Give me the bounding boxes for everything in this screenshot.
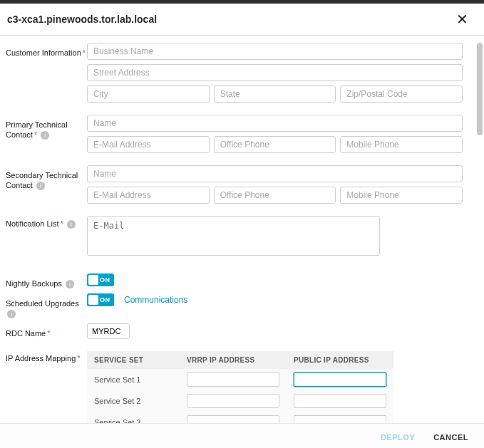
info-icon[interactable]: i	[67, 220, 76, 229]
public-ip-input-3[interactable]	[294, 415, 386, 423]
business-name-input[interactable]	[87, 43, 463, 60]
rdc-name-input[interactable]	[87, 323, 130, 339]
info-icon[interactable]: i	[7, 310, 16, 318]
toggle-on-label: ON	[100, 296, 110, 303]
info-icon[interactable]: i	[41, 131, 49, 140]
nightly-backups-toggle[interactable]: ON	[87, 274, 114, 286]
secondary-mobile-input[interactable]	[340, 187, 463, 204]
secondary-office-input[interactable]	[214, 187, 336, 204]
notification-list-label: Notification List* i	[4, 216, 87, 229]
close-icon[interactable]: ✕	[453, 11, 471, 28]
table-row: Service Set 2	[87, 390, 393, 412]
ip-mapping-label: IP Address Mapping*	[4, 348, 87, 363]
zip-input[interactable]	[340, 85, 463, 103]
street-address-input[interactable]	[87, 64, 463, 81]
toggle-knob	[88, 275, 98, 285]
toggle-on-label: ON	[100, 276, 110, 283]
rdc-name-label: RDC Name*	[4, 323, 87, 338]
ip-mapping-table: SERVICE SET VRRP IP ADDRESS PUBLIC IP AD…	[87, 351, 393, 423]
service-set-label: Service Set 3	[87, 412, 180, 423]
notification-email-textarea[interactable]	[87, 216, 380, 256]
info-icon[interactable]: i	[66, 280, 74, 288]
customer-info-label: Customer Information*	[4, 43, 87, 58]
communications-link[interactable]: Communications	[124, 295, 187, 305]
dialog-body: Customer Information* Primary Technical …	[0, 36, 484, 423]
th-service-set: SERVICE SET	[87, 351, 180, 369]
public-ip-input-2[interactable]	[294, 394, 386, 408]
th-vrrp: VRRP IP ADDRESS	[180, 351, 287, 369]
vrrp-ip-input-1[interactable]	[187, 373, 279, 387]
vrrp-ip-input-3[interactable]	[187, 415, 279, 423]
nightly-backups-label: Nightly Backups i	[4, 274, 87, 288]
primary-email-input[interactable]	[87, 136, 210, 153]
table-row: Service Set 3	[87, 412, 393, 423]
info-icon[interactable]: i	[36, 182, 45, 190]
service-set-label: Service Set 1	[87, 369, 180, 390]
secondary-contact-label: Secondary Technical Contact i	[4, 165, 87, 190]
th-public: PUBLIC IP ADDRESS	[287, 351, 393, 369]
table-row: Service Set 1	[87, 369, 393, 390]
primary-office-input[interactable]	[214, 136, 336, 153]
toggle-knob	[88, 295, 98, 305]
service-set-label: Service Set 2	[87, 390, 180, 412]
scheduled-upgrades-label: Scheduled Upgrades i	[4, 293, 87, 318]
dialog-header: c3-xca1.pinewoods.tor.lab.local ✕	[0, 4, 484, 36]
primary-mobile-input[interactable]	[340, 136, 463, 153]
scrollbar[interactable]	[477, 43, 483, 192]
scheduled-upgrades-toggle[interactable]: ON	[87, 293, 114, 306]
scrollbar-thumb[interactable]	[477, 43, 483, 135]
secondary-name-input[interactable]	[87, 165, 463, 182]
cancel-button[interactable]: CANCEL	[433, 433, 468, 442]
public-ip-input-1[interactable]	[294, 373, 386, 387]
state-input[interactable]	[214, 85, 336, 103]
deploy-button[interactable]: DEPLOY	[381, 433, 415, 442]
dialog-title: c3-xca1.pinewoods.tor.lab.local	[7, 14, 157, 25]
primary-name-input[interactable]	[87, 115, 463, 132]
dialog-footer: DEPLOY CANCEL	[0, 423, 484, 448]
secondary-email-input[interactable]	[87, 187, 210, 204]
vrrp-ip-input-2[interactable]	[187, 394, 279, 408]
city-input[interactable]	[87, 85, 210, 103]
primary-contact-label: Primary Technical Contact* i	[4, 115, 87, 140]
